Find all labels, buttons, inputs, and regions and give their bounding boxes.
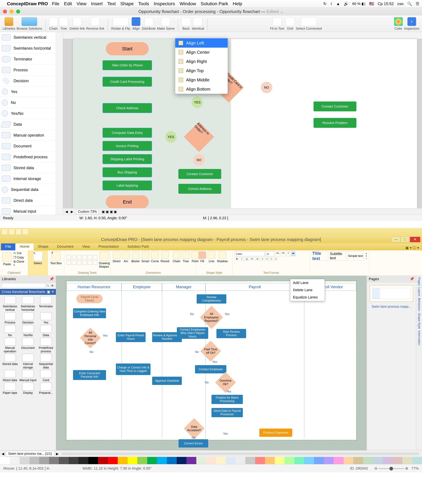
- hscrollbar[interactable]: [62, 453, 419, 455]
- qat-undo[interactable]: [16, 229, 21, 235]
- rb-tree2[interactable]: Tree: [182, 251, 190, 263]
- flag-icon[interactable]: 🇺🇸: [369, 1, 374, 6]
- font-shrink[interactable]: A▾: [281, 251, 286, 256]
- node-invoice[interactable]: Invoice Printing: [103, 141, 152, 151]
- lib-item[interactable]: Decision: [19, 312, 37, 324]
- clock[interactable]: Ср 15:52: [378, 1, 394, 6]
- color-swatch[interactable]: [392, 457, 402, 464]
- win-canvas[interactable]: Human Resources Employee Manager Payroll…: [66, 281, 357, 440]
- shape-document[interactable]: Document: [0, 141, 56, 151]
- color-swatch[interactable]: [304, 457, 314, 464]
- align-btn[interactable]: ≡: [261, 257, 264, 261]
- shape-process[interactable]: Process: [0, 65, 56, 75]
- color-swatch[interactable]: [88, 457, 98, 464]
- color-swatch[interactable]: [206, 457, 216, 464]
- sn-complete-entering[interactable]: Complete Entering New Employee Info: [73, 308, 106, 318]
- sn-payroll-cycle[interactable]: Payroll Cycle Closes: [76, 294, 103, 303]
- color-swatch[interactable]: [39, 457, 49, 464]
- add-lane[interactable]: Add Lane: [290, 279, 324, 286]
- ribbon-help-icon[interactable]: ▣ ▾ ⓘ ▾: [405, 246, 422, 250]
- rb-direct[interactable]: Direct: [113, 251, 121, 263]
- color-swatch[interactable]: [118, 457, 128, 464]
- rtab-file[interactable]: File: [1, 243, 15, 250]
- sn-enter-corrected[interactable]: Enter Corrected Personal Info: [73, 370, 106, 380]
- shape-swimlanes-horizontal[interactable]: Swimlanes horizontal: [0, 43, 56, 54]
- node-label-applying[interactable]: Label Applying: [103, 180, 152, 190]
- color-swatch[interactable]: [196, 457, 206, 464]
- shape-decision[interactable]: Decision: [0, 75, 56, 86]
- tb-distribute[interactable]: Distribute: [142, 17, 156, 30]
- align-top[interactable]: Align Top: [175, 66, 228, 75]
- wifi-icon[interactable]: ▲: [336, 1, 340, 6]
- rtab-layers[interactable]: Layers: [417, 288, 421, 296]
- color-swatch[interactable]: [20, 457, 30, 464]
- qat-app-icon[interactable]: [2, 229, 8, 235]
- color-swatch[interactable]: [128, 457, 137, 464]
- zoom-window[interactable]: [16, 10, 20, 13]
- lib-item[interactable]: Data: [37, 325, 55, 337]
- menu-extra-icon[interactable]: ☰: [416, 1, 419, 6]
- lib-item[interactable]: Swimlanes horizontal: [19, 296, 37, 312]
- font-family[interactable]: [235, 251, 264, 256]
- color-swatch[interactable]: [353, 457, 363, 464]
- color-swatch[interactable]: [334, 457, 343, 464]
- color-swatch[interactable]: [314, 457, 324, 464]
- dt-shape[interactable]: [93, 260, 97, 265]
- rb-smart[interactable]: Smart: [141, 251, 149, 263]
- tab-nav-prev[interactable]: ◀: [2, 452, 4, 456]
- lane-employee[interactable]: Employee: [122, 283, 162, 291]
- sn-correct-errors[interactable]: Correct Errors: [178, 439, 208, 448]
- lib-item[interactable]: Terminator: [37, 296, 55, 312]
- lane-payroll[interactable]: Payroll: [206, 283, 304, 291]
- style-down[interactable]: ▾: [366, 255, 367, 257]
- lane-hr[interactable]: Human Resources: [67, 283, 122, 291]
- node-take-order[interactable]: Take Order by Phone: [103, 60, 152, 70]
- title-text-btn[interactable]: Title text: [312, 251, 328, 261]
- rb-drawing-shapes[interactable]: Drawing Shapes: [99, 251, 110, 269]
- tb-select-connected[interactable]: Select Connected: [296, 17, 322, 30]
- delete-lane[interactable]: Delete Lane: [290, 286, 324, 294]
- mac-hscroll[interactable]: ◀▶ Custom 73% ▣ ▣ ▣ ▣: [63, 208, 422, 215]
- align-btn[interactable]: ≡: [274, 257, 278, 261]
- dt-shape[interactable]: [93, 255, 97, 259]
- lib-pin-icon[interactable]: 📌: [49, 277, 54, 281]
- lane-manager[interactable]: Manager: [162, 283, 206, 291]
- color-swatch[interactable]: [69, 457, 79, 464]
- user[interactable]: cso: [398, 1, 404, 6]
- tb-align[interactable]: Align: [132, 17, 141, 30]
- rb-fill[interactable]: Fill: [198, 251, 206, 263]
- dt-shape[interactable]: [67, 260, 71, 265]
- align-right[interactable]: Align Right: [175, 57, 228, 66]
- rb-copy[interactable]: ❐ Copy: [13, 256, 25, 259]
- decision-address[interactable]: Address in Order?: [188, 126, 210, 148]
- win-close[interactable]: ✕: [410, 237, 420, 242]
- align-bottom[interactable]: Align Bottom: [175, 84, 228, 94]
- align-btn[interactable]: ≡: [265, 257, 269, 261]
- rb-arc[interactable]: Arc: [122, 251, 130, 263]
- search-icon[interactable]: 🔍: [46, 284, 50, 287]
- zoom-value[interactable]: Custom 73%: [76, 209, 99, 214]
- shape-yesno[interactable]: Yes/No: [0, 108, 56, 119]
- menu-shape[interactable]: Shape: [120, 1, 134, 6]
- color-swatch[interactable]: [186, 457, 196, 464]
- color-swatch[interactable]: [79, 457, 88, 464]
- color-swatch[interactable]: [0, 457, 10, 464]
- color-swatch[interactable]: [236, 457, 245, 464]
- tb-rotate-flip[interactable]: Rotate & Flip: [111, 17, 130, 30]
- page-thumbnail[interactable]: [370, 285, 413, 302]
- tb-inspectors[interactable]: iInspectors: [404, 17, 419, 30]
- color-swatch[interactable]: [363, 457, 373, 464]
- menu-help[interactable]: Help: [233, 1, 242, 6]
- tb-tree[interactable]: Tree: [59, 17, 68, 30]
- rtab-behaviour[interactable]: Behaviour: [417, 298, 421, 311]
- rb-line[interactable]: Line: [208, 251, 215, 263]
- lib-item[interactable]: Paper tape: [1, 383, 19, 395]
- equalize-lanes[interactable]: Equalize Lanes: [290, 294, 324, 301]
- font-size[interactable]: [265, 251, 274, 256]
- mac-canvas[interactable]: Start Take Order by Phone Credit Card Pr…: [73, 39, 417, 208]
- align-center[interactable]: Align Center: [175, 48, 228, 57]
- rb-cut[interactable]: ✂ Cut: [13, 251, 25, 255]
- font-grow[interactable]: A▴: [275, 251, 280, 256]
- node-data-entry[interactable]: Computer Data Entry: [103, 128, 152, 138]
- battery-indicator[interactable]: 60 % ▮▯: [352, 2, 366, 6]
